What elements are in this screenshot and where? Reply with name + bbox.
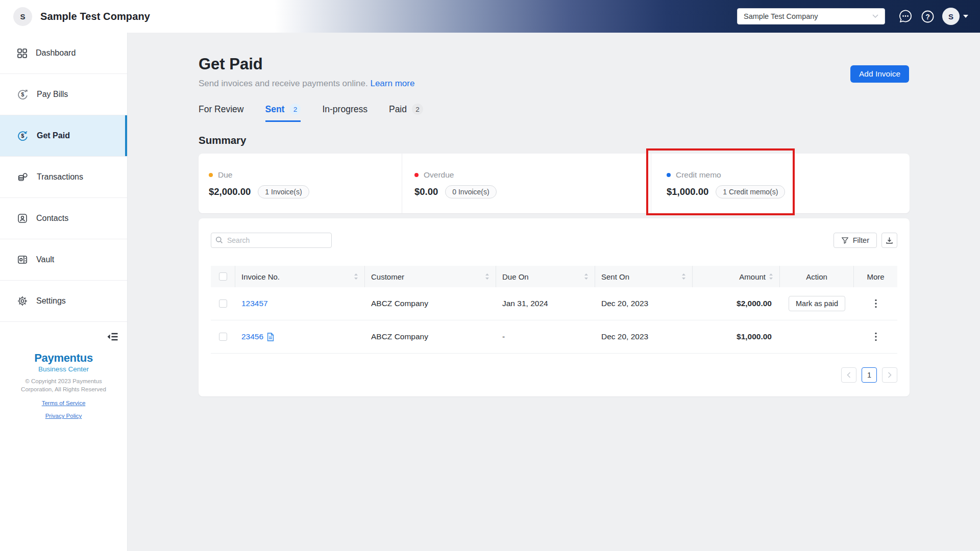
sidebar-item-dashboard[interactable]: Dashboard <box>0 33 127 74</box>
row-checkbox[interactable] <box>219 333 227 341</box>
column-label: Due On <box>502 272 529 281</box>
summary-card: Due $2,000.00 1 Invoice(s) Overdue $0.00… <box>199 154 910 213</box>
previous-page-button[interactable] <box>841 367 856 383</box>
sidebar-item-vault[interactable]: Vault <box>0 239 127 281</box>
copyright-text: © Copyright 2023 Paymentus Corporation, … <box>16 378 111 393</box>
sidebar-item-get-paid[interactable]: $ Get Paid <box>0 115 127 157</box>
due-amount: $2,000.00 <box>209 186 251 197</box>
overdue-count-pill: 0 Invoice(s) <box>445 185 496 198</box>
sidebar-item-label: Pay Bills <box>37 90 68 99</box>
sidebar-footer: Paymentus Business Center © Copyright 20… <box>0 322 127 419</box>
chat-button[interactable] <box>898 9 913 24</box>
filter-button[interactable]: Filter <box>834 233 877 248</box>
tab-sent[interactable]: Sent 2 <box>265 104 301 122</box>
due-on-cell: Jan 31, 2024 <box>496 299 595 308</box>
search-input[interactable] <box>211 233 332 248</box>
tab-in-progress[interactable]: In-progress <box>322 104 368 122</box>
tab-paid[interactable]: Paid 2 <box>389 104 423 122</box>
company-avatar: S <box>13 7 32 26</box>
sidebar-item-label: Transactions <box>37 172 83 182</box>
sidebar-item-label: Dashboard <box>36 48 76 58</box>
summary-due: Due $2,000.00 1 Invoice(s) <box>199 154 402 213</box>
privacy-policy-link[interactable]: Privacy Policy <box>0 413 127 419</box>
sidebar-item-label: Contacts <box>36 214 68 223</box>
table-row: 23456 ABCZ Company - Dec <box>211 320 897 354</box>
row-more-button[interactable] <box>872 329 880 344</box>
column-label: Action <box>806 272 827 281</box>
table-row: 123457 ABCZ Company Jan 31, 2024 Dec 20,… <box>211 287 897 320</box>
sidebar-collapse-button[interactable] <box>107 332 118 341</box>
mark-as-paid-button[interactable]: Mark as paid <box>789 296 845 311</box>
column-header-invoice-no[interactable]: Invoice No. <box>235 266 365 287</box>
column-header-due-on[interactable]: Due On <box>496 266 595 287</box>
chevron-down-icon <box>872 14 878 18</box>
terms-of-service-link[interactable]: Terms of Service <box>0 400 127 406</box>
overdue-amount: $0.00 <box>414 186 438 197</box>
sidebar-item-pay-bills[interactable]: $ Pay Bills <box>0 74 127 115</box>
select-all-cell <box>211 266 235 287</box>
overdue-label: Overdue <box>424 170 454 180</box>
user-avatar: S <box>942 8 960 25</box>
due-dot-icon <box>209 173 213 177</box>
top-header: S Sample Test Company Sample Test Compan… <box>0 0 980 33</box>
amount-cell: $2,000.00 <box>693 299 780 308</box>
vault-safe-icon <box>17 254 28 265</box>
sort-icon <box>485 273 489 280</box>
column-header-customer[interactable]: Customer <box>365 266 496 287</box>
user-menu[interactable]: S <box>942 8 968 25</box>
customer-cell: ABCZ Company <box>365 299 496 308</box>
credit-memo-dot-icon <box>667 173 671 177</box>
invoice-link[interactable]: 23456 <box>241 332 274 341</box>
sidebar-item-contacts[interactable]: Contacts <box>0 198 127 239</box>
summary-overdue: Overdue $0.00 0 Invoice(s) <box>402 154 651 213</box>
contacts-person-icon <box>17 213 28 224</box>
row-more-button[interactable] <box>872 296 880 311</box>
tab-label: Sent <box>265 104 285 115</box>
tab-for-review[interactable]: For Review <box>199 104 244 122</box>
business-center-label: Business Center <box>0 365 127 373</box>
user-caret-icon <box>963 15 968 18</box>
company-name: Sample Test Company <box>40 11 150 22</box>
sort-icon <box>354 273 358 280</box>
credit-memo-count-pill: 1 Credit memo(s) <box>716 185 785 198</box>
invoice-table: Invoice No. Customer Due On <box>211 266 897 354</box>
column-header-amount[interactable]: Amount <box>693 266 780 287</box>
chevron-left-icon <box>847 372 851 378</box>
download-button[interactable] <box>881 233 897 248</box>
download-icon <box>885 236 894 245</box>
amount-cell: $1,000.00 <box>693 332 780 341</box>
get-paid-icon: $ <box>17 130 29 142</box>
summary-credit-memo: Credit memo $1,000.00 1 Credit memo(s) <box>651 154 910 213</box>
summary-heading: Summary <box>199 134 910 146</box>
header-brand-area: S Sample Test Company <box>0 7 150 26</box>
invoice-number: 23456 <box>241 332 263 341</box>
due-on-cell: - <box>496 332 595 341</box>
sidebar-item-settings[interactable]: Settings <box>0 281 127 322</box>
add-invoice-button[interactable]: Add Invoice <box>850 65 909 83</box>
main-content: Get Paid Send invoices and receive payme… <box>128 33 980 551</box>
help-button[interactable]: ? <box>921 10 935 23</box>
page-number-button[interactable]: 1 <box>862 367 877 383</box>
column-label: Amount <box>739 272 766 281</box>
next-page-button[interactable] <box>882 367 897 383</box>
collapse-menu-icon <box>107 332 118 341</box>
sidebar-item-transactions[interactable]: Transactions <box>0 157 127 198</box>
svg-text:$: $ <box>21 91 24 97</box>
tab-count-badge: 2 <box>412 104 423 115</box>
chevron-right-icon <box>888 372 892 378</box>
dashboard-grid-icon <box>17 48 28 59</box>
column-label: More <box>867 272 884 281</box>
row-checkbox[interactable] <box>219 299 227 308</box>
workspace-select[interactable]: Sample Test Company <box>737 8 885 24</box>
column-label: Customer <box>371 272 404 281</box>
page-subtitle: Send invoices and receive payments onlin… <box>199 79 910 89</box>
select-all-checkbox[interactable] <box>219 272 227 281</box>
svg-text:$: $ <box>21 133 24 139</box>
table-header-row: Invoice No. Customer Due On <box>211 266 897 287</box>
column-header-sent-on[interactable]: Sent On <box>595 266 693 287</box>
invoice-link[interactable]: 123457 <box>241 299 268 308</box>
table-controls: Filter <box>211 233 897 248</box>
invoice-number: 123457 <box>241 299 268 308</box>
learn-more-link[interactable]: Learn more <box>370 79 414 88</box>
page-subtitle-text: Send invoices and receive payments onlin… <box>199 79 368 88</box>
